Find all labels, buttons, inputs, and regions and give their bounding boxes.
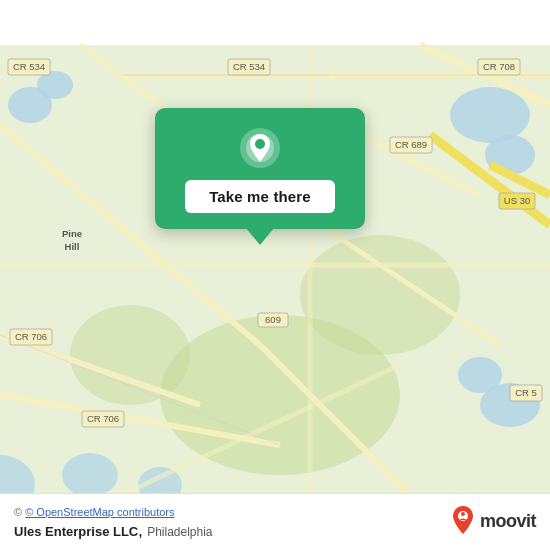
osm-link[interactable]: © OpenStreetMap contributors [25,506,174,518]
company-city: Philadelphia [147,525,212,539]
location-pin-icon [238,126,282,170]
svg-text:CR 708: CR 708 [483,61,515,72]
take-me-there-button[interactable]: Take me there [185,180,335,213]
svg-point-53 [255,139,265,149]
svg-point-6 [458,357,502,393]
svg-text:609: 609 [265,314,281,325]
svg-text:CR 534: CR 534 [13,61,45,72]
osm-attribution: © © OpenStreetMap contributors [14,506,175,518]
svg-text:CR 534: CR 534 [233,61,265,72]
moovit-pin-icon [450,506,476,536]
company-info: Ules Enterprise LLC, Philadelphia [14,522,213,540]
popup-card: Take me there [155,108,365,229]
svg-text:Hill: Hill [65,241,80,252]
attribution-container: © © OpenStreetMap contributors Ules Ente… [14,502,213,540]
map-background: CR 534 CR 534 CR 708 CR 689 US 30 CR 706… [0,0,550,550]
svg-point-12 [70,305,190,405]
svg-point-55 [461,512,465,516]
svg-text:CR 706: CR 706 [15,331,47,342]
svg-point-11 [300,235,460,355]
svg-text:Pine: Pine [62,228,82,239]
map-container: CR 534 CR 534 CR 708 CR 689 US 30 CR 706… [0,0,550,550]
svg-text:US 30: US 30 [504,195,530,206]
moovit-logo: moovit [450,506,536,536]
svg-text:CR 689: CR 689 [395,139,427,150]
svg-text:CR 5: CR 5 [515,387,537,398]
svg-point-8 [62,453,118,497]
moovit-text: moovit [480,511,536,532]
copyright-symbol: © [14,506,25,518]
svg-text:CR 706: CR 706 [87,413,119,424]
bottom-bar: © © OpenStreetMap contributors Ules Ente… [0,493,550,550]
company-name: Ules Enterprise LLC [14,524,138,539]
svg-point-1 [450,87,530,143]
comma-separator: , [138,522,147,539]
